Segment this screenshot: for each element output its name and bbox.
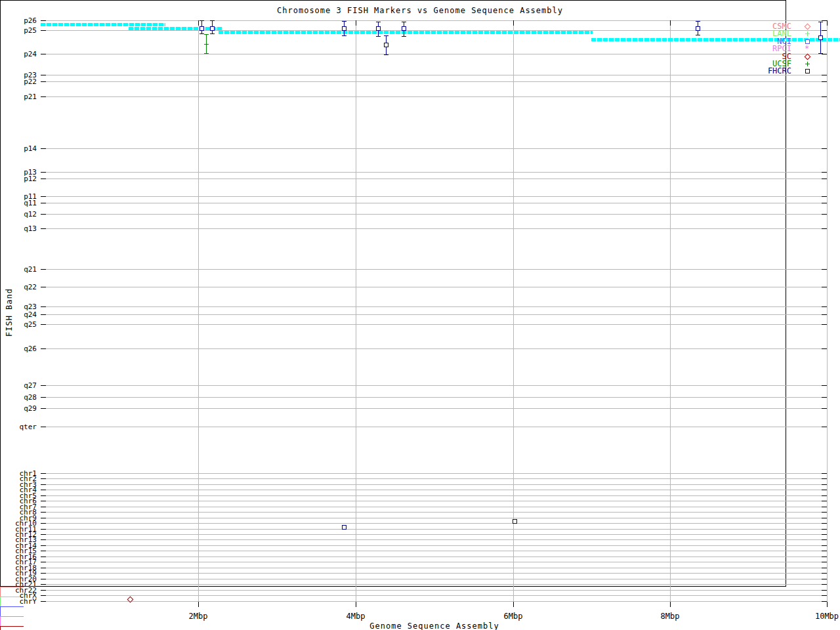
y-tick-left: [41, 478, 46, 479]
legend-marker-sc: [805, 54, 811, 60]
error-bar-cap: [384, 54, 388, 55]
y-tick-right: [822, 178, 827, 179]
gridline-horizontal: [41, 512, 827, 513]
y-tick-left: [41, 501, 46, 501]
error-bar-cap: [376, 22, 381, 22]
error-bar-cap: [384, 35, 388, 36]
gridline-horizontal: [41, 96, 827, 97]
gridline-horizontal: [41, 478, 827, 479]
x-tick-bottom: [356, 602, 356, 607]
y-tick-right: [822, 495, 827, 496]
y-tick-left: [41, 306, 46, 307]
y-tick-right: [822, 324, 827, 325]
gridline-horizontal: [41, 556, 827, 557]
error-bar-cap: [200, 20, 204, 21]
y-tick-label: q24: [0, 311, 37, 318]
gridline-horizontal: [41, 551, 827, 551]
y-tick-left: [41, 568, 46, 568]
y-tick-left: [41, 518, 46, 518]
y-tick-left: [41, 523, 46, 524]
gridline-horizontal: [41, 324, 827, 325]
error-bar-cap: [210, 33, 215, 34]
x-axis-label: Genome Sequence Assembly: [0, 621, 840, 630]
y-tick-left: [41, 203, 46, 203]
x-tick-top: [670, 20, 671, 26]
fhcrc-point: [696, 26, 700, 31]
y-tick-left: [41, 529, 46, 530]
error-bar-cap: [200, 33, 204, 34]
gridline-horizontal: [41, 348, 827, 349]
y-tick-right: [822, 214, 827, 215]
coverage-bar: [41, 23, 165, 26]
gridline-horizontal: [41, 269, 827, 270]
y-tick-left: [41, 408, 46, 409]
y-tick-left: [41, 30, 46, 31]
y-tick-left: [41, 473, 46, 474]
y-tick-right: [822, 385, 827, 386]
y-tick-right: [822, 20, 827, 21]
fhcrc-point: [513, 519, 517, 524]
legend-marker-csmc: [805, 24, 811, 30]
x-tick-label: 10Mbp: [807, 612, 840, 621]
y-tick-left: [41, 287, 46, 287]
x-tick-bottom: [670, 602, 671, 607]
y-tick-right: [822, 568, 827, 568]
gridline-horizontal: [41, 595, 827, 596]
y-tick-left: [41, 81, 46, 82]
y-tick-left: [41, 512, 46, 513]
y-tick-left: [41, 534, 46, 535]
y-tick-left: [41, 20, 46, 21]
gridline-horizontal: [41, 484, 827, 485]
coverage-bar: [129, 27, 222, 30]
y-tick-left: [41, 573, 46, 574]
gridline-horizontal: [41, 228, 827, 229]
y-tick-right: [822, 228, 827, 229]
y-tick-right: [822, 556, 827, 557]
gridline-horizontal: [41, 196, 827, 197]
y-tick-left: [41, 484, 46, 485]
y-tick-left: [41, 214, 46, 215]
x-tick-label: 4Mbp: [336, 612, 375, 621]
gridline-horizontal: [41, 214, 827, 215]
legend-marker-rpci: *: [805, 47, 809, 51]
x-tick-top: [513, 20, 514, 26]
legend-sample-cap: [0, 617, 1, 621]
y-tick-right: [822, 348, 827, 349]
y-tick-left: [41, 178, 46, 179]
gridline-horizontal: [41, 539, 827, 540]
y-tick-label: chrY: [0, 598, 37, 605]
fhcrc-point: [376, 26, 381, 31]
y-tick-left: [41, 579, 46, 579]
fhcrc-point: [818, 35, 823, 40]
gridline-horizontal: [41, 314, 827, 315]
y-tick-right: [822, 595, 827, 596]
y-tick-right: [822, 534, 827, 535]
y-tick-right: [822, 54, 827, 54]
y-tick-right: [822, 545, 827, 546]
gridline-horizontal: [41, 427, 827, 427]
y-tick-left: [41, 348, 46, 349]
y-tick-label: p12: [0, 175, 37, 182]
y-tick-left: [41, 314, 46, 315]
gridline-horizontal: [41, 385, 827, 386]
y-tick-label: q27: [0, 382, 37, 389]
legend-sample-line: [0, 606, 24, 607]
y-tick-right: [822, 584, 827, 585]
y-tick-label: p26: [0, 17, 37, 24]
y-tick-right: [822, 148, 827, 149]
y-tick-right: [822, 551, 827, 551]
y-tick-right: [822, 172, 827, 173]
y-tick-label: q25: [0, 321, 37, 328]
plot-border: [0, 0, 786, 587]
y-tick-label: q29: [0, 405, 37, 412]
x-tick-bottom: [198, 602, 199, 607]
error-bar-cap: [204, 53, 209, 54]
y-tick-left: [41, 196, 46, 197]
y-tick-right: [822, 590, 827, 591]
error-bar-cap: [376, 36, 381, 37]
y-tick-label: q12: [0, 211, 37, 218]
y-tick-label: q11: [0, 200, 37, 207]
gridline-horizontal: [41, 473, 827, 474]
gridline-horizontal: [41, 590, 827, 591]
y-tick-right: [822, 427, 827, 427]
